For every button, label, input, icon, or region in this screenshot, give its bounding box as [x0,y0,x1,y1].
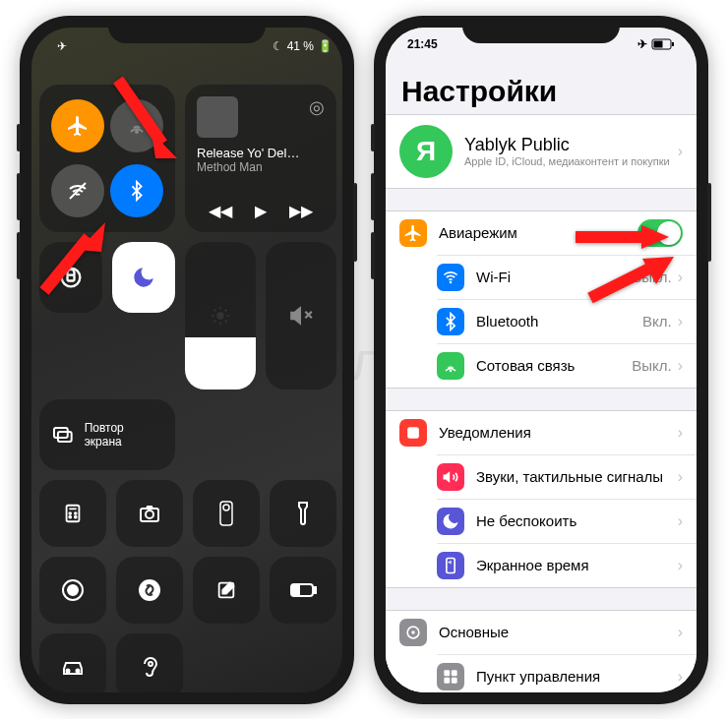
svg-rect-45 [447,558,455,572]
settings-row-cellular[interactable]: Сотовая связьВыкл.› [437,343,697,388]
svg-rect-41 [654,40,663,47]
volume-slider[interactable] [266,242,336,389]
chevron-icon: › [678,624,683,641]
car-tile[interactable] [39,633,106,692]
svg-rect-48 [444,670,450,676]
svg-line-61 [590,269,649,298]
row-value: Вкл. [642,313,672,330]
airplane-status-icon: ✈ [637,37,647,51]
battery-icon [651,38,675,50]
notes-tile[interactable] [193,557,260,624]
airplane-toggle[interactable] [51,99,104,152]
row-label: Основные [439,624,678,640]
chevron-icon: › [678,143,683,160]
airplane-status-icon: ✈ [57,39,67,53]
battery-icon: 🔋 [318,39,333,53]
svg-point-28 [68,585,78,595]
annotation-arrow [108,75,177,167]
svg-point-24 [146,510,153,518]
screen-record-tile[interactable] [39,557,106,624]
svg-rect-32 [314,587,316,593]
battery-percent: 41 % [287,39,314,53]
general-icon [399,619,427,646]
svg-rect-50 [444,677,450,683]
svg-line-12 [225,309,227,311]
bluetooth-toggle[interactable] [110,164,163,217]
next-track-button[interactable]: ▶▶ [289,202,313,220]
chevron-icon: › [678,269,683,286]
media-title: Release Yo' Del… [197,146,325,160]
wifi-icon [437,264,464,291]
svg-rect-44 [407,427,419,439]
album-art [197,96,238,138]
hearing-tile[interactable] [116,633,183,692]
notch [462,16,620,43]
sounds-icon [437,463,464,491]
prev-track-button[interactable]: ◀◀ [209,202,232,220]
svg-point-47 [411,630,414,633]
svg-point-36 [149,662,152,666]
settings-row-screentime[interactable]: Экранное время› [437,543,697,587]
svg-point-21 [69,515,71,517]
svg-point-22 [75,515,77,517]
svg-line-9 [214,309,216,311]
airplay-icon[interactable]: ◎ [309,96,325,138]
svg-point-20 [75,512,77,514]
row-label: Звуки, тактильные сигналы [476,468,678,485]
flashlight-tile[interactable] [270,480,336,547]
media-panel[interactable]: ◎ Release Yo' Del… Method Man ◀◀ ▶ ▶▶ [185,85,336,232]
annotation-arrow [585,257,674,310]
phone-control-center: ✈ ☾ 41 % 🔋 ◎ Release Yo' Del… [20,16,354,704]
svg-rect-33 [293,586,299,594]
chevron-icon: › [678,468,683,486]
screen-mirroring-button[interactable]: Повтор экрана [39,399,175,470]
bluetooth-icon [437,308,464,335]
row-label: Экранное время [476,557,678,573]
chevron-icon: › [678,668,683,686]
play-button[interactable]: ▶ [255,202,267,220]
row-label: Пункт управления [476,668,678,685]
profile-sub: Apple ID, iCloud, медиаконтент и покупки [464,155,678,167]
wifi-toggle[interactable] [51,164,104,217]
apple-tv-remote-tile[interactable] [193,480,260,547]
cellular-icon [437,352,464,380]
calculator-tile[interactable] [39,480,106,547]
svg-point-4 [216,312,223,319]
status-time: 21:45 [407,37,438,51]
brightness-slider[interactable] [185,242,256,389]
moon-icon: ☾ [273,39,283,53]
svg-point-29 [139,579,160,601]
annotation-arrow [34,222,108,305]
settings-row-general[interactable]: Основные› [386,611,697,654]
chevron-icon: › [678,557,683,574]
row-value: Выкл. [632,357,671,374]
low-power-tile[interactable] [270,557,336,624]
chevron-icon: › [678,313,683,330]
svg-point-26 [223,505,229,510]
shazam-tile[interactable] [116,557,183,624]
dnd-icon [437,508,464,535]
svg-point-19 [69,512,71,514]
notch [108,16,266,43]
settings-row-dnd[interactable]: Не беспокоить› [437,499,697,543]
svg-point-34 [67,669,70,672]
settings-row-sounds[interactable]: Звуки, тактильные сигналы› [437,454,697,499]
phone-settings: 21:45 ✈ Настройки Я Yablyk Public Apple … [374,16,708,704]
settings-row-controlc[interactable]: Пункт управления› [437,654,697,692]
camera-tile[interactable] [116,480,183,547]
svg-point-42 [450,280,453,283]
svg-point-35 [77,669,80,672]
dnd-toggle[interactable] [112,242,175,313]
profile-name: Yablyk Public [464,135,678,155]
settings-row-notify[interactable]: Уведомления› [386,411,697,454]
apple-id-row[interactable]: Я Yablyk Public Apple ID, iCloud, медиак… [386,115,697,188]
svg-line-10 [225,320,227,322]
chevron-icon: › [678,512,683,530]
row-label: Уведомления [439,424,678,441]
row-label: Не беспокоить [476,512,678,529]
airplane-icon [399,219,427,247]
row-label: Сотовая связь [476,357,632,374]
svg-line-11 [214,320,216,322]
avatar: Я [399,125,453,178]
chevron-icon: › [678,357,683,375]
